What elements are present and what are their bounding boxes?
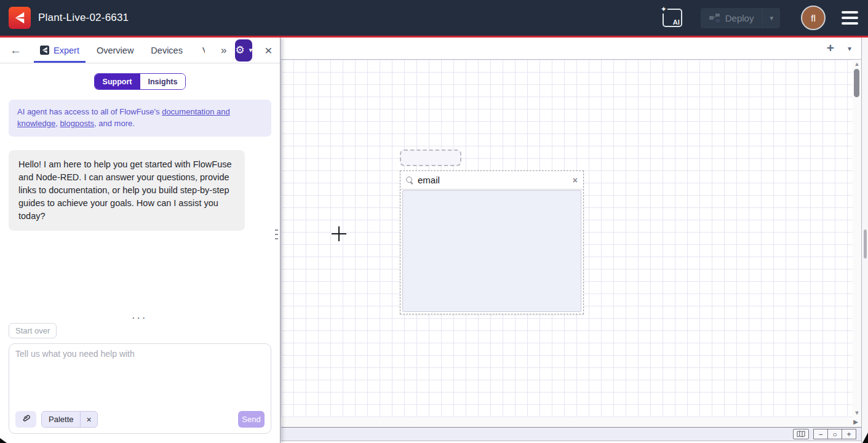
chevron-down-icon: ▾: [249, 46, 253, 54]
remove-palette-chip-button[interactable]: ×: [81, 415, 97, 425]
attach-button[interactable]: [15, 411, 36, 428]
deploy-options-caret[interactable]: ▾: [762, 8, 780, 28]
blogposts-link[interactable]: blogposts: [60, 119, 94, 128]
palette-chip-label: Palette: [42, 415, 80, 424]
quick-add-search-row: ×: [400, 171, 583, 190]
vertical-scroll-thumb[interactable]: [854, 69, 859, 97]
clear-search-button[interactable]: ×: [573, 176, 578, 185]
quick-add-results-empty: [402, 190, 581, 312]
navigator-toggle-button[interactable]: [793, 429, 809, 439]
flow-tab-strip: + ▾: [281, 38, 861, 60]
canvas-footer-toolbar: − ○ +: [281, 427, 861, 441]
tab-expert-label: Expert: [54, 46, 79, 55]
composer-toolbar: Palette × Send: [15, 411, 265, 428]
ai-access-banner: AI agent has access to all of FlowFuse's…: [9, 100, 271, 137]
ai-assistant-icon[interactable]: ✦ AI: [663, 9, 682, 27]
panel-drag-handle[interactable]: [275, 229, 278, 239]
chat-input[interactable]: [15, 349, 265, 405]
crosshair-cursor: [332, 226, 346, 241]
tab-version-history[interactable]: Ver: [200, 38, 205, 63]
start-over-button[interactable]: Start over: [9, 323, 57, 338]
support-insights-toggle: Support Insights: [94, 73, 186, 90]
assistant-sidebar: ← Expert Overview Devices Ver »: [0, 38, 281, 443]
workspace-grid[interactable]: ×: [281, 60, 853, 417]
scroll-down-arrow-icon[interactable]: ▼: [853, 410, 861, 416]
gear-icon: ⚙: [235, 45, 244, 55]
sidebar-tabbar: ← Expert Overview Devices Ver »: [0, 38, 280, 63]
search-icon: [406, 177, 413, 184]
tab-expert[interactable]: Expert: [38, 38, 82, 63]
back-button[interactable]: ←: [6, 44, 25, 57]
page-scrollbar: [861, 38, 868, 443]
paperclip-icon: [22, 415, 31, 425]
chevron-down-icon: ▾: [770, 14, 773, 22]
zoom-controls: − ○ +: [813, 429, 856, 439]
map-icon: [797, 431, 805, 437]
zoom-in-button[interactable]: +: [842, 429, 856, 439]
instance-title: Plant-Live-02-6631: [38, 12, 129, 24]
chat-composer: Palette × Send: [9, 343, 271, 434]
canvas-horizontal-scrollbar: ▶: [281, 417, 861, 427]
flowfuse-logo-glyph: [12, 10, 28, 26]
palette-context-chip: Palette ×: [41, 411, 98, 428]
ghost-node-placeholder: [400, 150, 461, 166]
header: Plant-Live-02-6631 ✦ AI Deploy ▾ fl: [0, 0, 868, 38]
flowfuse-editor: Plant-Live-02-6631 ✦ AI Deploy ▾ fl: [0, 0, 868, 443]
page-scroll-thumb[interactable]: [864, 229, 867, 258]
deploy-label: Deploy: [725, 13, 754, 23]
toggle-insights[interactable]: Insights: [140, 74, 186, 89]
flowfuse-logo-icon[interactable]: [9, 7, 31, 29]
node-search-input[interactable]: [418, 175, 573, 185]
deploy-button[interactable]: Deploy: [701, 8, 763, 28]
deploy-button-group: Deploy ▾: [701, 8, 780, 28]
chat-resize-handle[interactable]: ···: [0, 313, 280, 322]
flow-editor-canvas: + ▾ × ▲ ▼ ▶: [281, 38, 868, 443]
mode-toggle-row: Support Insights: [0, 73, 280, 90]
hamburger-icon: [842, 11, 858, 14]
expand-tabs-button[interactable]: »: [218, 44, 229, 57]
flowfuse-mini-icon: [40, 46, 49, 55]
tab-devices[interactable]: Devices: [148, 38, 185, 63]
flow-list-chevron[interactable]: ▾: [848, 44, 851, 53]
user-avatar[interactable]: fl: [801, 6, 826, 30]
toggle-support[interactable]: Support: [95, 74, 140, 89]
zoom-out-button[interactable]: −: [813, 429, 828, 439]
add-flow-button[interactable]: +: [827, 41, 834, 55]
assistant-welcome-message: Hello! I am here to help you get started…: [9, 150, 245, 231]
send-button[interactable]: Send: [238, 411, 265, 428]
tab-overview[interactable]: Overview: [94, 38, 136, 63]
zoom-reset-button[interactable]: ○: [827, 429, 842, 439]
quick-add-node-dialog: ×: [400, 170, 584, 314]
settings-dropdown-button[interactable]: ⚙ ▾: [235, 39, 252, 62]
scroll-up-arrow-icon[interactable]: ▲: [853, 61, 861, 67]
close-panel-button[interactable]: ×: [261, 43, 276, 58]
scroll-right-arrow-icon[interactable]: ▶: [853, 418, 858, 425]
sparkle-icon: ✦: [660, 5, 667, 14]
node-wire-icon: [709, 14, 720, 22]
canvas-vertical-scrollbar: ▲ ▼: [853, 60, 861, 417]
main-menu-button[interactable]: [840, 9, 859, 27]
